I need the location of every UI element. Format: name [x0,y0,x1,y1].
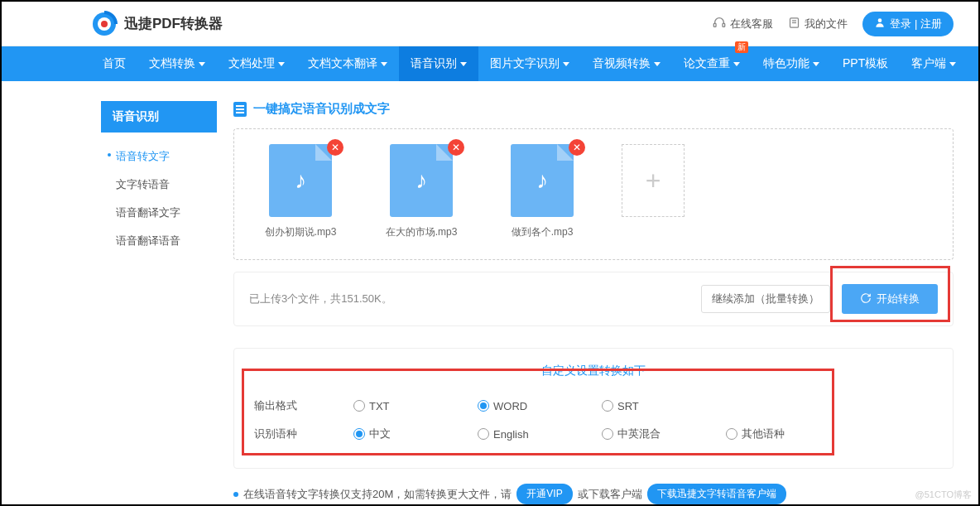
caret-down-icon [199,62,205,66]
open-vip-button[interactable]: 开通VIP [516,484,572,504]
svg-rect-3 [714,23,717,27]
watermark: @51CTO博客 [915,489,972,501]
start-convert-button[interactable]: 开始转换 [842,284,938,314]
login-register-button[interactable]: 登录 | 注册 [862,12,954,36]
music-note-icon: ♪ [295,167,306,194]
radio-icon [602,400,613,412]
my-files-link[interactable]: 我的文件 [788,17,848,31]
document-icon [233,102,247,117]
language-option[interactable]: 其他语种 [726,426,850,441]
delete-file-button[interactable]: ✕ [569,139,585,156]
nav-item-论文查重[interactable]: 论文查重新 [672,46,752,81]
format-label: 输出格式 [254,398,353,413]
nav-item-语音识别[interactable]: 语音识别 [399,46,478,81]
language-option[interactable]: 中英混合 [602,426,726,441]
nav-item-图片文字识别[interactable]: 图片文字识别 [478,46,581,81]
customer-service-link[interactable]: 在线客服 [713,16,773,31]
radio-icon [726,428,737,440]
music-note-icon: ♪ [536,167,548,194]
add-more-button[interactable]: 继续添加（批量转换） [701,285,830,313]
sidebar-item[interactable]: 语音翻译语音 [101,227,217,255]
tip-row: 在线语音转文字转换仅支持20M，如需转换更大文件，请 开通VIP 或下载客户端 … [233,484,954,504]
language-option[interactable]: 中文 [353,426,478,441]
radio-icon [602,428,613,440]
upload-status-text: 已上传3个文件，共151.50K。 [249,292,392,306]
nav-item-音视频转换[interactable]: 音视频转换 [581,46,672,81]
nav-item-特色功能[interactable]: 特色功能 [752,46,831,81]
caret-down-icon [813,62,819,66]
top-right-actions: 在线客服 我的文件 登录 | 注册 [713,12,954,36]
file-card: ♪✕做到各个.mp3 [501,144,584,239]
file-name: 创办初期说.mp3 [259,225,342,239]
file-thumbnail: ♪ [390,144,453,217]
main-nav: 首页文档转换文档处理文档文本翻译语音识别图片文字识别音视频转换论文查重新特色功能… [2,46,978,81]
sidebar: 语音识别 语音转文字文字转语音语音翻译文字语音翻译语音 [101,101,217,504]
status-bar: 已上传3个文件，共151.50K。 继续添加（批量转换） 开始转换 [233,272,954,326]
file-card: ♪✕在大的市场.mp3 [380,144,463,239]
format-option[interactable]: TXT [353,400,478,412]
svg-point-8 [878,18,882,22]
file-name: 在大的市场.mp3 [380,225,463,239]
format-option[interactable]: SRT [602,400,726,412]
nav-item-首页[interactable]: 首页 [91,46,137,81]
caret-down-icon [654,62,661,66]
download-client-button[interactable]: 下载迅捷文字转语音客户端 [647,484,786,504]
add-file-button[interactable]: + [622,144,685,217]
radio-icon [478,400,489,412]
caret-down-icon [949,62,956,66]
nav-item-文档转换[interactable]: 文档转换 [137,46,217,81]
settings-panel: 自定义设置转换如下 输出格式 TXTWORDSRT 识别语种 中文English… [233,348,954,469]
radio-icon [353,428,365,440]
page-title: 一键搞定语音识别成文字 [233,101,954,117]
file-icon [788,17,800,31]
brand-logo-icon [91,11,118,37]
bullet-icon [233,492,238,497]
file-thumbnail: ♪ [511,144,574,217]
nav-item-PPT模板[interactable]: PPT模板 [831,46,900,81]
settings-title: 自定义设置转换如下 [254,364,933,378]
nav-item-文档文本翻译[interactable]: 文档文本翻译 [296,46,399,81]
caret-down-icon [733,62,740,66]
brand-logo[interactable]: 迅捷PDF转换器 [91,11,223,37]
radio-icon [478,428,489,440]
delete-file-button[interactable]: ✕ [327,139,343,156]
music-note-icon: ♪ [416,167,427,194]
refresh-icon [860,292,872,306]
sidebar-item[interactable]: 文字转语音 [101,171,217,199]
upload-area: ♪✕创办初期说.mp3♪✕在大的市场.mp3♪✕做到各个.mp3+ [233,128,954,260]
language-label: 识别语种 [254,426,353,441]
headset-icon [713,16,726,31]
file-name: 做到各个.mp3 [501,225,584,239]
file-thumbnail: ♪ [269,144,332,217]
language-option[interactable]: English [478,426,602,441]
nav-item-文档处理[interactable]: 文档处理 [217,46,296,81]
new-badge: 新 [735,41,748,53]
svg-rect-4 [723,23,725,27]
sidebar-title: 语音识别 [101,101,217,133]
caret-down-icon [563,62,569,66]
svg-point-2 [101,21,108,27]
caret-down-icon [381,62,387,66]
sidebar-item[interactable]: 语音翻译文字 [101,199,217,227]
brand-name: 迅捷PDF转换器 [124,14,223,33]
sidebar-item[interactable]: 语音转文字 [101,142,217,171]
delete-file-button[interactable]: ✕ [448,139,464,156]
user-icon [874,17,886,31]
nav-item-客户端[interactable]: 客户端 [900,46,968,81]
format-option[interactable]: WORD [478,400,602,412]
radio-icon [353,400,365,412]
caret-down-icon [278,62,285,66]
file-card: ♪✕创办初期说.mp3 [259,144,342,239]
caret-down-icon [460,62,467,66]
top-header: 迅捷PDF转换器 在线客服 我的文件 登录 | 注册 [2,2,978,46]
